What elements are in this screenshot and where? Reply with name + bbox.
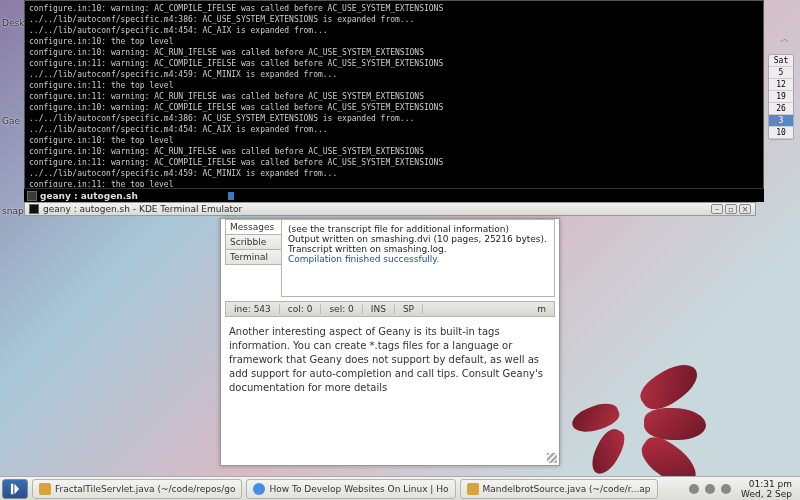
system-tray	[689, 484, 731, 494]
geany-messages-panel: Messages Scribble Terminal (see the tran…	[220, 218, 560, 466]
messages-line: Transcript written on smashing.log.	[288, 244, 548, 254]
terminal-output: configure.in:10: warning: AC_COMPILE_IFE…	[25, 1, 763, 187]
terminal-tab-label[interactable]: geany : autogen.sh	[40, 191, 138, 201]
task-item-label: How To Develop Websites On Linux | Ho	[269, 484, 448, 494]
messages-body[interactable]: (see the transcript file for additional …	[281, 219, 555, 297]
calendar-day[interactable]: 5	[769, 67, 793, 79]
konsole-title-text: geany : autogen.sh - KDE Terminal Emulat…	[43, 204, 242, 214]
desktop-calendar-widget[interactable]: Sat 5 12 19 26 3 10	[768, 54, 794, 140]
tray-icon[interactable]	[689, 484, 699, 494]
terminal-activity-indicator	[228, 192, 234, 200]
taskbar: FractalTileServlet.java (~/code/repos/go…	[0, 476, 800, 500]
tray-icon[interactable]	[705, 484, 715, 494]
wallpaper-leaf	[602, 368, 722, 468]
calendar-day[interactable]: 19	[769, 91, 793, 103]
editor-statusbar: ine: 543 col: 0 sel: 0 INS SP m	[225, 301, 555, 317]
task-item-label: FractalTileServlet.java (~/code/repos/go	[55, 484, 235, 494]
clock-time: 01:31 pm	[741, 479, 792, 489]
messages-line: Output written on smashing.dvi (10 pages…	[288, 234, 548, 244]
messages-tab-strip: Messages Scribble Terminal	[225, 219, 281, 264]
clock-date: Wed, 2 Sep	[741, 489, 792, 499]
file-icon	[39, 483, 51, 495]
calendar-day[interactable]: 12	[769, 79, 793, 91]
status-mode: INS	[363, 304, 395, 314]
calendar-day[interactable]: 26	[769, 103, 793, 115]
minimize-button[interactable]: –	[711, 204, 723, 214]
desktop-snap-icon[interactable]: snap	[2, 206, 24, 216]
article-text: Another interesting aspect of Geany is i…	[229, 325, 551, 395]
tab-scribble[interactable]: Scribble	[225, 234, 281, 250]
resize-grip-icon[interactable]	[547, 453, 557, 463]
taskbar-clock[interactable]: 01:31 pm Wed, 2 Sep	[735, 479, 798, 499]
status-col: col: 0	[280, 304, 322, 314]
terminal-tab-bar: geany : autogen.sh	[24, 188, 764, 202]
calendar-header: Sat	[769, 55, 793, 67]
task-item-label: MandelbrotSource.java (~/code/r...ap	[483, 484, 651, 494]
k-menu-button[interactable]	[2, 479, 28, 499]
task-item-mandelbrot[interactable]: MandelbrotSource.java (~/code/r...ap	[460, 479, 658, 499]
close-button[interactable]: ×	[739, 204, 751, 214]
terminal-window[interactable]: configure.in:10: warning: AC_COMPILE_IFE…	[24, 0, 764, 200]
status-line: ine: 543	[226, 304, 280, 314]
messages-success-line: Compilation finished successfully.	[288, 254, 548, 264]
tab-terminal[interactable]: Terminal	[225, 249, 281, 265]
scroll-up-icon[interactable]: ︿	[780, 32, 790, 46]
konsole-titlebar[interactable]: geany : autogen.sh - KDE Terminal Emulat…	[24, 202, 756, 216]
maximize-button[interactable]: ▫	[725, 204, 737, 214]
kde-logo-icon	[8, 482, 22, 496]
calendar-day-today[interactable]: 3	[769, 115, 793, 127]
tab-messages[interactable]: Messages	[225, 219, 281, 235]
tray-icon[interactable]	[721, 484, 731, 494]
task-item-fractal[interactable]: FractalTileServlet.java (~/code/repos/go	[32, 479, 242, 499]
globe-icon	[253, 483, 265, 495]
terminal-tab-icon	[27, 191, 37, 201]
task-item-howto[interactable]: How To Develop Websites On Linux | Ho	[246, 479, 455, 499]
konsole-icon	[29, 204, 39, 214]
calendar-day[interactable]: 10	[769, 127, 793, 139]
file-icon	[467, 483, 479, 495]
status-enc: SP	[395, 304, 423, 314]
desktop-gae-icon[interactable]: Gae	[2, 116, 20, 126]
messages-line: (see the transcript file for additional …	[288, 224, 548, 234]
status-sel: sel: 0	[321, 304, 362, 314]
status-extra: m	[529, 304, 554, 314]
